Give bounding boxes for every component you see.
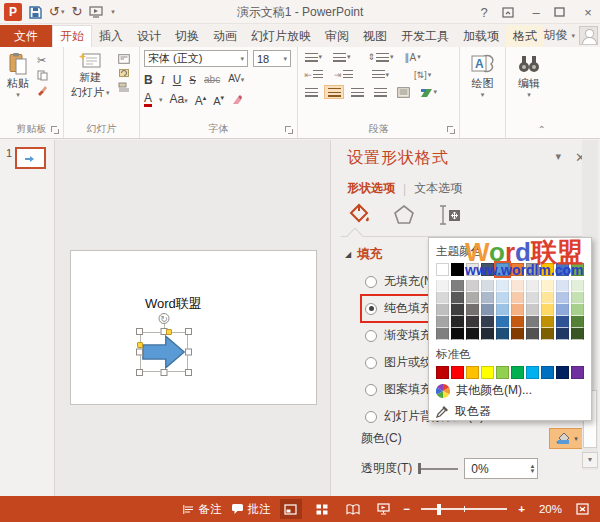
- pane-options-dropdown-icon[interactable]: ▾: [556, 150, 562, 165]
- radio-icon[interactable]: [365, 357, 377, 369]
- bullets-button[interactable]: ▾: [302, 51, 325, 63]
- slide-thumbnail[interactable]: [15, 147, 46, 169]
- tint-swatch[interactable]: [436, 304, 449, 316]
- zoom-percentage[interactable]: 20%: [534, 503, 562, 515]
- resize-handle-sw[interactable]: [136, 369, 143, 376]
- layout-button[interactable]: [118, 54, 130, 64]
- tint-swatch[interactable]: [451, 316, 464, 328]
- drawing-button[interactable]: A 绘图 ▾: [464, 50, 501, 101]
- cut-button[interactable]: ✂: [37, 54, 48, 66]
- transparency-slider-handle[interactable]: [418, 463, 421, 474]
- strikethrough-button[interactable]: S: [189, 73, 196, 87]
- theme-swatch[interactable]: [481, 263, 494, 276]
- tint-swatch[interactable]: [466, 292, 479, 304]
- normal-view-button[interactable]: [280, 499, 302, 519]
- fill-bucket-tab-icon[interactable]: [347, 203, 371, 227]
- radio-icon[interactable]: [365, 303, 377, 315]
- tint-swatch[interactable]: [526, 316, 539, 328]
- tint-swatch[interactable]: [481, 304, 494, 316]
- text-direction-button[interactable]: ∥A▾: [402, 50, 423, 64]
- tint-swatch[interactable]: [481, 280, 494, 292]
- standard-swatch[interactable]: [571, 366, 584, 379]
- zoom-in-button[interactable]: +: [518, 503, 525, 515]
- qat-customize-button[interactable]: ▾: [110, 3, 115, 21]
- add-remove-columns-button[interactable]: [394, 85, 412, 99]
- theme-swatch[interactable]: [436, 263, 449, 276]
- tab-开发工具[interactable]: 开发工具: [394, 25, 456, 47]
- resize-handle-se[interactable]: [185, 369, 192, 376]
- tint-swatch[interactable]: [541, 292, 554, 304]
- grow-font-button[interactable]: A▴: [195, 91, 207, 108]
- paragraph-dialog-launcher[interactable]: [447, 126, 456, 135]
- zoom-slider[interactable]: [421, 508, 507, 510]
- bold-button[interactable]: B: [144, 73, 153, 87]
- fit-to-window-button[interactable]: [571, 499, 593, 519]
- tint-swatch[interactable]: [571, 304, 584, 316]
- standard-swatch[interactable]: [436, 366, 449, 379]
- user-account[interactable]: 胡俊 ▾: [543, 26, 598, 45]
- tint-swatch[interactable]: [436, 280, 449, 292]
- tint-swatch[interactable]: [526, 304, 539, 316]
- tint-swatch[interactable]: [496, 292, 509, 304]
- resize-handle-e[interactable]: [185, 349, 192, 356]
- tab-动画[interactable]: 动画: [206, 25, 244, 47]
- increase-indent-button[interactable]: ⇥: [332, 68, 356, 81]
- tint-swatch[interactable]: [481, 316, 494, 328]
- selected-arrow-shape[interactable]: ↻: [135, 327, 193, 377]
- paste-button[interactable]: 粘贴 ▾: [4, 50, 32, 101]
- transparency-slider[interactable]: [418, 468, 458, 470]
- editing-button[interactable]: 编辑 ▾: [510, 50, 548, 101]
- collapse-ribbon-button[interactable]: ⌃: [538, 124, 546, 135]
- maximize-button[interactable]: [554, 7, 570, 17]
- tab-切换[interactable]: 切换: [168, 25, 206, 47]
- tint-swatch[interactable]: [496, 328, 509, 340]
- resize-handle-s[interactable]: [161, 369, 168, 376]
- smartart-convert-button[interactable]: ▾: [417, 85, 440, 99]
- resize-handle-ne[interactable]: [185, 328, 192, 335]
- align-center-button[interactable]: [325, 86, 343, 98]
- underline-button[interactable]: U: [173, 73, 182, 87]
- tint-swatch[interactable]: [481, 328, 494, 340]
- theme-swatch[interactable]: [571, 263, 584, 276]
- theme-swatch[interactable]: [466, 263, 479, 276]
- zoom-slider-handle[interactable]: [437, 504, 441, 515]
- tint-swatch[interactable]: [511, 304, 524, 316]
- standard-swatch[interactable]: [451, 366, 464, 379]
- adjust-handle-left[interactable]: [137, 342, 143, 348]
- rotation-handle[interactable]: ↻: [159, 313, 170, 324]
- tint-swatch[interactable]: [511, 280, 524, 292]
- tint-swatch[interactable]: [541, 304, 554, 316]
- theme-swatch[interactable]: [556, 263, 569, 276]
- standard-swatch[interactable]: [466, 366, 479, 379]
- tab-file[interactable]: 文件: [0, 25, 52, 47]
- tint-swatch[interactable]: [466, 304, 479, 316]
- standard-swatch[interactable]: [511, 366, 524, 379]
- change-case-button[interactable]: Aa▾: [170, 92, 188, 108]
- slideshow-view-button[interactable]: [373, 499, 395, 519]
- ribbon-display-options-button[interactable]: [502, 7, 518, 18]
- tab-shape-options[interactable]: 形状选项: [347, 180, 395, 197]
- tint-swatch[interactable]: [466, 328, 479, 340]
- tint-swatch[interactable]: [526, 328, 539, 340]
- theme-swatch[interactable]: [541, 263, 554, 276]
- right-arrow-shape[interactable]: [142, 334, 186, 370]
- tint-swatch[interactable]: [556, 328, 569, 340]
- tab-text-options[interactable]: 文本选项: [414, 180, 462, 197]
- tint-swatch[interactable]: [541, 280, 554, 292]
- tint-swatch[interactable]: [556, 280, 569, 292]
- tint-swatch[interactable]: [466, 316, 479, 328]
- tint-swatch[interactable]: [451, 304, 464, 316]
- standard-swatch[interactable]: [496, 366, 509, 379]
- new-slide-button[interactable]: 新建 幻灯片▾: [68, 50, 113, 102]
- character-spacing-button[interactable]: AV▾: [228, 72, 244, 87]
- tint-swatch[interactable]: [511, 316, 524, 328]
- reading-view-button[interactable]: [342, 499, 364, 519]
- radio-icon[interactable]: [365, 330, 377, 342]
- tab-格式[interactable]: 格式: [506, 25, 544, 47]
- drawing-dropdown-icon[interactable]: ▾: [481, 91, 485, 99]
- font-size-combo[interactable]: 18▾: [253, 50, 291, 67]
- fill-color-button[interactable]: ▾: [549, 428, 585, 449]
- align-right-button[interactable]: [348, 86, 366, 98]
- standard-swatch[interactable]: [541, 366, 554, 379]
- tint-swatch[interactable]: [451, 292, 464, 304]
